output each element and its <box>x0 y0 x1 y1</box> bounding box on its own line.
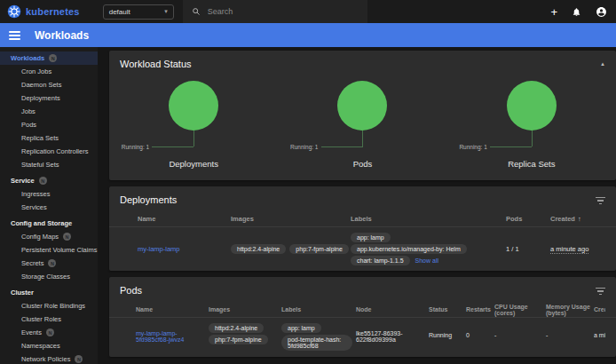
pie-legend: Running: 1 <box>122 144 149 150</box>
column-header-name[interactable]: Name <box>136 306 209 313</box>
brand-text: kubernetes <box>26 6 80 17</box>
image-chip: php:7-fpm-alpine <box>209 335 268 344</box>
collapse-caret-icon[interactable]: ▲ <box>600 61 605 67</box>
sidebar-item-jobs[interactable]: Jobs <box>0 105 98 118</box>
deployments-card: Deployments Name Images Labels Pods Crea… <box>109 186 616 271</box>
created-timestamp[interactable]: a minute ago <box>550 245 588 254</box>
namespaced-badge-icon: N <box>49 54 57 62</box>
pie-chart-label: Pods <box>278 159 446 169</box>
sidebar-item-deployments[interactable]: Deployments <box>0 91 98 105</box>
label-chip: chart: lamp-1.1.5 <box>351 256 410 265</box>
sidebar-item-persistent-volume-claims[interactable]: Persistent Volume ClaimsN <box>0 243 98 257</box>
deployments-title: Deployments <box>120 194 177 205</box>
kubernetes-helm-icon <box>7 4 21 19</box>
namespaced-badge-icon: N <box>39 177 47 185</box>
search-input[interactable] <box>208 7 359 16</box>
sidebar-item-replica-sets[interactable]: Replica Sets <box>0 131 98 145</box>
namespace-selector[interactable]: default ▾ <box>103 4 174 20</box>
sidebar-item-storage-classes[interactable]: Storage Classes <box>0 270 98 283</box>
image-chip: httpd:2.4-alpine <box>231 244 286 254</box>
sidebar-item-secrets[interactable]: SecretsN <box>0 257 98 270</box>
pods-pie-chart: Running: 1 Pods <box>278 75 446 180</box>
kubernetes-logo[interactable]: kubernetes <box>7 4 80 19</box>
sidebar-item-replication-controllers[interactable]: Replication Controllers <box>0 145 98 158</box>
namespace-value: default <box>109 8 130 16</box>
namespaced-badge-icon: N <box>63 233 71 241</box>
memory-usage-value: - <box>546 321 594 338</box>
pod-status: Running <box>429 321 466 338</box>
sidebar-item-pods[interactable]: Pods <box>0 118 98 131</box>
filter-icon[interactable] <box>596 195 605 205</box>
column-header-pods[interactable]: Pods <box>506 215 550 223</box>
image-chip: httpd:2.4-alpine <box>209 323 264 333</box>
column-header-status[interactable]: Status <box>429 306 466 313</box>
workload-status-card: Workload Status ▲ Running: 1 Deployments <box>109 51 616 180</box>
column-header-name[interactable]: Name <box>138 215 231 223</box>
pie-circle <box>169 81 218 131</box>
column-header-restarts[interactable]: Restarts <box>466 306 494 313</box>
top-bar: kubernetes default ▾ + <box>0 0 616 23</box>
pods-title: Pods <box>120 285 142 296</box>
namespaced-badge-icon: N <box>48 259 56 267</box>
column-header-labels[interactable]: Labels <box>351 215 506 223</box>
sidebar-item-daemon-sets[interactable]: Daemon Sets <box>0 78 98 91</box>
main-content: Workload Status ▲ Running: 1 Deployments <box>98 47 616 364</box>
restarts-count: 0 <box>466 321 494 338</box>
deployments-pie-chart: Running: 1 Deployments <box>109 75 278 180</box>
workload-status-title: Workload Status <box>120 59 192 69</box>
sidebar-item-events[interactable]: EventsN <box>0 326 98 339</box>
column-header-images[interactable]: Images <box>231 215 351 223</box>
sidebar-section-cluster[interactable]: Cluster <box>0 286 98 299</box>
pods-card: Pods Name Images Labels Node Status Rest… <box>109 277 616 357</box>
sidebar-nav: Workloads N Cron Jobs Daemon Sets Deploy… <box>0 47 98 364</box>
deployment-name-link[interactable]: my-lamp-lamp <box>138 245 180 253</box>
sidebar-item-stateful-sets[interactable]: Stateful Sets <box>0 158 98 171</box>
replica-sets-pie-chart: Running: 1 Replica Sets <box>447 75 616 180</box>
column-header-memory-usage[interactable]: Memory Usage (bytes) <box>546 304 594 316</box>
sidebar-item-config-maps[interactable]: Config MapsN <box>0 230 98 243</box>
column-header-created[interactable]: Created↑ <box>594 306 605 313</box>
sidebar-item-network-policies[interactable]: Network PoliciesN <box>0 352 98 364</box>
sidebar-item-cluster-role-bindings[interactable]: Cluster Role Bindings <box>0 299 98 313</box>
sidebar-section-workloads[interactable]: Workloads N <box>0 51 98 65</box>
cpu-usage-value: - <box>494 321 546 338</box>
label-chip: app: lamp <box>351 233 391 242</box>
namespaced-badge-icon: N <box>46 328 54 336</box>
user-account-icon[interactable] <box>596 6 607 18</box>
notifications-bell-icon[interactable] <box>572 7 581 17</box>
column-header-created[interactable]: Created↑ <box>550 215 605 223</box>
namespaced-badge-icon: N <box>75 355 83 363</box>
pod-name-link[interactable]: my-lamp-lamp-5fd985cf68-jwvz4 <box>136 330 184 343</box>
sort-ascending-icon: ↑ <box>578 215 581 223</box>
sidebar-section-service[interactable]: Service N <box>0 174 98 187</box>
image-chip: php:7-fpm-alpine <box>289 244 349 254</box>
sidebar-section-config-and-storage[interactable]: Config and Storage <box>0 217 98 230</box>
deployment-row: my-lamp-lamp httpd:2.4-alpine php:7-fpm-… <box>109 227 616 271</box>
pie-legend: Running: 1 <box>290 144 318 150</box>
column-header-node[interactable]: Node <box>356 306 429 313</box>
pods-ratio: 1 / 1 <box>506 245 550 253</box>
search-box[interactable] <box>183 0 367 23</box>
show-all-link[interactable]: Show all <box>415 257 438 264</box>
created-timestamp[interactable]: a minute ago <box>594 332 605 338</box>
pie-legend: Running: 1 <box>459 144 486 150</box>
label-chip: app: lamp <box>281 323 321 333</box>
menu-hamburger-icon[interactable] <box>9 31 20 40</box>
sidebar-item-cron-jobs[interactable]: Cron Jobs <box>0 65 98 78</box>
chevron-down-icon: ▾ <box>164 8 168 15</box>
filter-icon[interactable] <box>596 286 605 296</box>
sidebar-item-cluster-roles[interactable]: Cluster Roles <box>0 313 98 326</box>
sidebar-item-namespaces[interactable]: Namespaces <box>0 339 98 352</box>
pie-circle <box>337 81 387 131</box>
label-chip: pod-template-hash: 5fd985cf68 <box>281 335 352 351</box>
deployments-table-header: Name Images Labels Pods Created↑ <box>109 211 616 227</box>
sidebar-item-ingresses[interactable]: Ingresses <box>0 187 98 201</box>
page-title: Workloads <box>35 29 89 42</box>
pie-chart-label: Replica Sets <box>447 159 616 169</box>
column-header-labels[interactable]: Labels <box>281 306 356 313</box>
sidebar-item-services[interactable]: Services <box>0 201 98 214</box>
create-resource-button[interactable]: + <box>550 6 557 18</box>
column-header-cpu-usage[interactable]: CPU Usage (cores) <box>494 304 546 316</box>
column-header-images[interactable]: Images <box>209 306 281 313</box>
pie-circle <box>507 81 557 131</box>
